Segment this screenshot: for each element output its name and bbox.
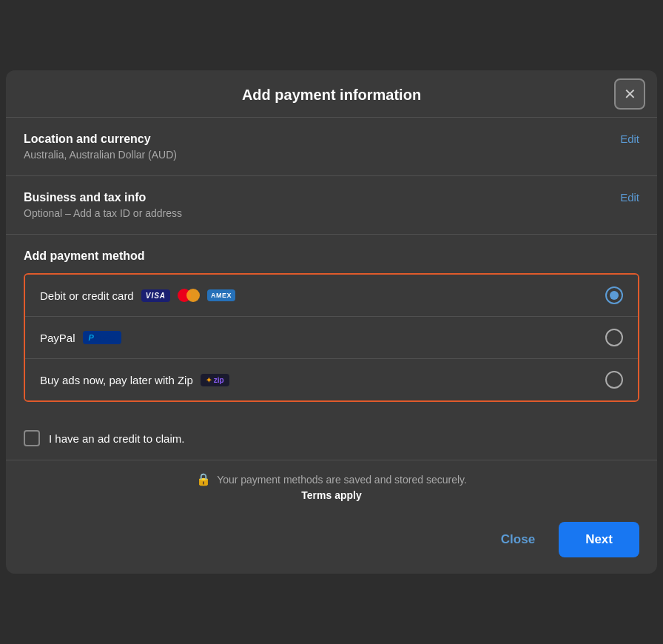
business-subtitle: Optional – Add a tax ID or address	[24, 207, 182, 219]
payment-option-card[interactable]: Debit or credit card VISA AMEX	[25, 275, 638, 317]
paypal-p: P	[89, 333, 94, 342]
ad-credit-label: I have an ad credit to claim.	[49, 432, 184, 445]
zip-text: zip	[214, 376, 224, 384]
amex-badge: AMEX	[207, 289, 235, 301]
next-button[interactable]: Next	[559, 522, 639, 557]
terms-link[interactable]: Terms apply	[301, 489, 361, 501]
location-subtitle: Australia, Australian Dollar (AUD)	[24, 149, 177, 161]
paypal-radio[interactable]	[605, 329, 623, 346]
modal-header: Add payment information ✕	[6, 70, 657, 118]
security-message: Your payment methods are saved and store…	[217, 474, 467, 486]
footer-buttons: Close Next	[6, 509, 657, 574]
close-footer-button[interactable]: Close	[489, 525, 547, 554]
paypal-badge: PayPal	[83, 331, 121, 344]
business-title: Business and tax info	[24, 191, 182, 204]
zip-label-text: Buy ads now, pay later with Zip	[40, 374, 193, 386]
close-x-icon: ✕	[624, 85, 636, 103]
card-radio-inner	[610, 291, 619, 300]
visa-badge: VISA	[141, 289, 170, 302]
payment-option-zip[interactable]: Buy ads now, pay later with Zip ✦ zip	[25, 359, 638, 400]
paypal-label-text: PayPal	[40, 332, 75, 344]
payment-option-paypal[interactable]: PayPal PayPal	[25, 317, 638, 359]
location-section: Location and currency Australia, Austral…	[6, 118, 657, 176]
paypal-rest: ayPal	[94, 333, 115, 342]
ad-credit-section: I have an ad credit to claim.	[6, 417, 657, 460]
location-edit-link[interactable]: Edit	[620, 133, 639, 145]
business-section-header: Business and tax info Optional – Add a t…	[24, 191, 639, 219]
payment-method-title: Add payment method	[24, 249, 639, 263]
lock-icon: 🔒	[196, 472, 211, 486]
close-x-button[interactable]: ✕	[614, 78, 645, 110]
payment-method-section: Add payment method Debit or credit card …	[6, 235, 657, 417]
zip-option-label: Buy ads now, pay later with Zip ✦ zip	[40, 374, 605, 386]
location-section-header: Location and currency Australia, Austral…	[24, 133, 639, 161]
card-label-text: Debit or credit card	[40, 289, 134, 302]
location-info: Location and currency Australia, Austral…	[24, 133, 177, 161]
card-option-label: Debit or credit card VISA AMEX	[40, 288, 605, 303]
mc-circle-right	[186, 289, 200, 302]
modal-title: Add payment information	[242, 87, 421, 104]
security-section: 🔒 Your payment methods are saved and sto…	[6, 460, 657, 509]
location-title: Location and currency	[24, 133, 177, 146]
mastercard-badge	[178, 288, 200, 303]
paypal-option-label: PayPal PayPal	[40, 331, 605, 344]
security-row: 🔒 Your payment methods are saved and sto…	[196, 472, 467, 486]
zip-badge: ✦ zip	[201, 374, 229, 386]
add-payment-modal: Add payment information ✕ Location and c…	[6, 70, 657, 574]
zip-star: ✦	[206, 376, 212, 384]
business-edit-link[interactable]: Edit	[620, 191, 639, 204]
card-radio[interactable]	[605, 286, 623, 304]
zip-radio[interactable]	[605, 371, 623, 389]
ad-credit-checkbox[interactable]	[24, 430, 40, 446]
business-section: Business and tax info Optional – Add a t…	[6, 176, 657, 235]
business-info: Business and tax info Optional – Add a t…	[24, 191, 182, 219]
payment-options-box: Debit or credit card VISA AMEX PayPal	[24, 273, 639, 402]
